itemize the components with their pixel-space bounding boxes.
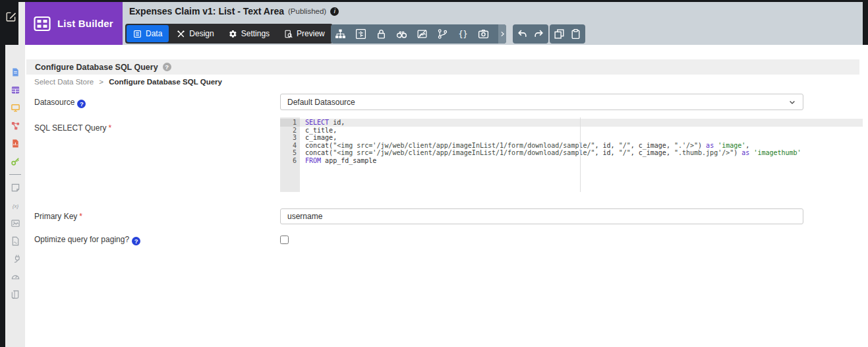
- code-token: id,: [329, 119, 345, 126]
- sitemap-icon[interactable]: [335, 28, 346, 40]
- sidebar-item-variables[interactable]: {x}: [5, 197, 25, 214]
- code-token: "/": [619, 149, 631, 156]
- undo-icon[interactable]: [517, 28, 528, 40]
- left-rail: [0, 0, 5, 347]
- app-name: List Builder: [57, 18, 113, 29]
- section-help-icon[interactable]: ?: [163, 63, 171, 71]
- paging-checkbox[interactable]: [280, 236, 289, 244]
- sidebar-item-notes[interactable]: [5, 179, 25, 197]
- side-file-icon: [11, 236, 20, 246]
- header-right-edge: [863, 0, 868, 45]
- sidebar-item-access-keys[interactable]: [5, 152, 25, 170]
- line-number: 6: [280, 157, 300, 165]
- code-line: concat("<img src='/jw/web/client/app/ima…: [300, 142, 863, 150]
- primary-key-input[interactable]: [280, 208, 803, 224]
- edit-pencil-icon[interactable]: [5, 11, 17, 22]
- sidebar-item-lists[interactable]: [5, 81, 25, 99]
- sql-editor[interactable]: 123456 SELECT id,c_title,c_image,concat(…: [280, 117, 863, 192]
- sidebar-item-reports[interactable]: [5, 135, 25, 152]
- code-token: 'imagethumb': [753, 149, 801, 156]
- history-toolbar: [513, 24, 548, 44]
- tab-label: Design: [189, 29, 214, 38]
- branch-icon[interactable]: [437, 28, 448, 40]
- svg-text:{}: {}: [458, 30, 467, 39]
- image-preview-icon[interactable]: [417, 28, 428, 40]
- sidebar-item-plugins[interactable]: [5, 250, 25, 268]
- builder-tabbar: DataDesignSettingsPreview: [125, 24, 333, 44]
- side-key-icon: [11, 156, 20, 166]
- code-line: concat("<img src='/jw/web/client/app/ima…: [300, 149, 863, 157]
- tab-settings[interactable]: Settings: [222, 25, 276, 42]
- code-token: ,: [745, 142, 749, 149]
- side-monitor-icon: [11, 103, 20, 113]
- primary-key-label: Primary Key*: [34, 212, 82, 221]
- code-token: c_title,: [305, 127, 337, 134]
- editor-code: SELECT id,c_title,c_image,concat("<img s…: [300, 119, 863, 165]
- code-token: as: [741, 149, 749, 156]
- side-plugin-icon: [11, 254, 20, 264]
- datasource-label: Datasource?: [34, 98, 86, 108]
- sidebar-item-forms[interactable]: [5, 63, 25, 81]
- code-token: SELECT: [305, 119, 329, 126]
- tab-preview[interactable]: Preview: [277, 25, 332, 42]
- screenshot-icon[interactable]: [478, 28, 489, 40]
- code-token: 'image': [718, 142, 745, 149]
- builder-toolbar: {}: [331, 24, 506, 44]
- side-process-icon: [11, 121, 20, 131]
- sidebar-item-processes[interactable]: [5, 117, 25, 135]
- code-token: ): [734, 149, 741, 156]
- tab-preview-icon: [284, 30, 293, 38]
- sidebar-item-files[interactable]: [5, 232, 25, 250]
- code-token: app_fd_sample: [321, 157, 376, 164]
- code-line: FROM app_fd_sample: [300, 157, 863, 165]
- code-token: ".'/>": [674, 142, 698, 149]
- breadcrumb: Select Data Store > Configure Database S…: [34, 78, 222, 86]
- lock-icon[interactable]: [376, 28, 387, 40]
- datasource-select[interactable]: Default Datasource: [280, 94, 803, 110]
- toolbar-more-button[interactable]: [498, 24, 506, 44]
- side-form-icon: [11, 67, 20, 77]
- paging-help-icon[interactable]: ?: [132, 237, 140, 245]
- svg-text:{x}: {x}: [12, 203, 18, 209]
- code-line: SELECT id,: [300, 119, 863, 127]
- tree-view-icon[interactable]: [355, 28, 366, 40]
- paste-icon[interactable]: [570, 28, 581, 40]
- copy-icon[interactable]: [554, 28, 565, 40]
- sidebar-item-logs[interactable]: [5, 286, 25, 303]
- line-number: 5: [280, 149, 300, 157]
- line-number: 3: [280, 134, 300, 142]
- json-icon[interactable]: {}: [457, 28, 469, 40]
- code-token: concat(: [305, 149, 333, 156]
- sidebar-divider: [9, 174, 21, 175]
- datasource-value: Default Datasource: [287, 98, 355, 107]
- info-icon[interactable]: i: [330, 7, 339, 16]
- sidebar-item-images[interactable]: [5, 214, 25, 232]
- sidebar-item-performance[interactable]: [5, 268, 25, 286]
- tab-data-icon: [133, 30, 142, 38]
- breadcrumb-parent[interactable]: Select Data Store: [34, 78, 94, 86]
- tab-label: Data: [146, 29, 162, 38]
- code-token: , id,: [595, 149, 619, 156]
- sidebar-item-userview[interactable]: [5, 99, 25, 117]
- redo-icon[interactable]: [533, 28, 544, 40]
- code-token: ): [698, 142, 706, 149]
- code-token: , id,: [595, 142, 619, 149]
- code-token: "/": [619, 142, 631, 149]
- code-token: , c_image,: [631, 142, 674, 149]
- tab-design[interactable]: Design: [170, 25, 220, 42]
- code-token: "<img src='/jw/web/client/app/imageInLis…: [333, 142, 594, 149]
- side-image-icon: [11, 218, 20, 228]
- tab-data[interactable]: Data: [127, 25, 169, 42]
- list-builder-logo: List Builder: [25, 2, 123, 45]
- code-token: , c_image,: [631, 149, 674, 156]
- chevron-right-icon: [500, 31, 506, 37]
- binoculars-icon[interactable]: [396, 28, 407, 40]
- datasource-help-icon[interactable]: ?: [77, 100, 86, 108]
- required-mark: *: [108, 123, 111, 133]
- line-number: 2: [280, 127, 300, 135]
- side-scroll-icon: [11, 290, 20, 300]
- required-mark: *: [79, 212, 82, 221]
- grid-logo-icon: [34, 16, 51, 32]
- top-strip: [0, 0, 868, 2]
- code-token: ".thumb.jpg'/>": [674, 149, 734, 156]
